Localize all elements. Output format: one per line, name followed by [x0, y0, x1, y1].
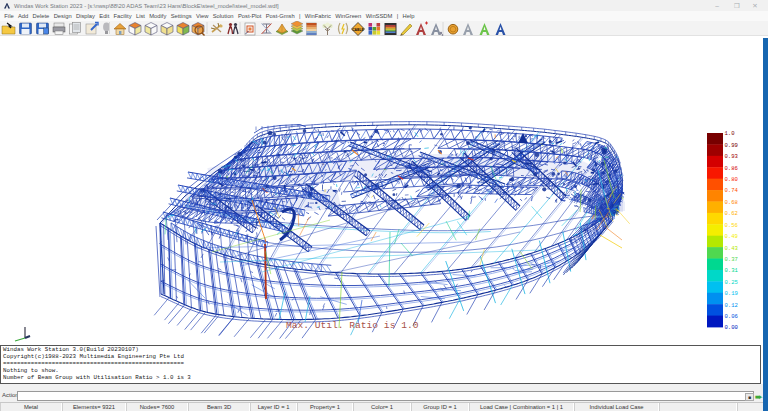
svg-text:0.25: 0.25	[725, 279, 738, 286]
svg-text:0.06: 0.06	[725, 313, 738, 320]
svg-text:0.99: 0.99	[725, 142, 738, 149]
svg-text:0.00: 0.00	[725, 324, 739, 331]
svg-text:0.68: 0.68	[725, 199, 738, 206]
svg-text:0.37: 0.37	[725, 256, 738, 263]
svg-text:0.43: 0.43	[725, 245, 738, 252]
svg-text:1.0: 1.0	[725, 130, 736, 137]
svg-text:0.86: 0.86	[725, 165, 738, 172]
svg-text:0.12: 0.12	[725, 302, 738, 309]
svg-text:0.56: 0.56	[725, 222, 738, 229]
svg-text:0.62: 0.62	[725, 210, 738, 217]
svg-text:0.49: 0.49	[725, 233, 738, 240]
svg-text:0.93: 0.93	[725, 153, 738, 160]
svg-text:CABLE: CABLE	[352, 28, 364, 32]
svg-text:0.31: 0.31	[725, 267, 739, 274]
svg-text:0.19: 0.19	[725, 290, 738, 297]
svg-text:0.74: 0.74	[725, 187, 739, 194]
svg-text:0.80: 0.80	[725, 176, 739, 183]
